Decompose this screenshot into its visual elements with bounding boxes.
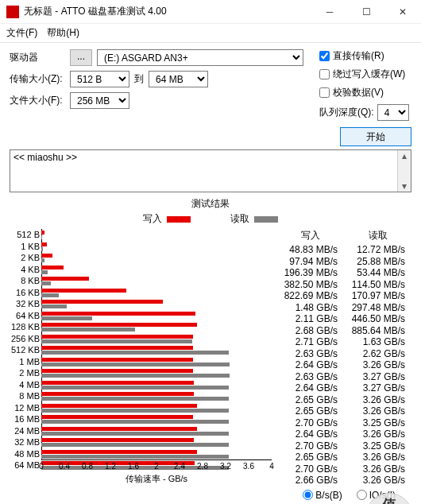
- menu-file[interactable]: 文件(F): [6, 26, 37, 40]
- write-bar: [41, 381, 194, 385]
- drive-select[interactable]: (E:) ASGARD AN3+: [97, 49, 303, 66]
- x-axis-label: 传输速率 - GB/s: [126, 473, 187, 485]
- maximize-button[interactable]: ☐: [348, 0, 384, 24]
- transfer-from-select[interactable]: 512 B: [70, 71, 129, 87]
- write-bar: [41, 242, 47, 246]
- y-tick-label: 2 KB: [8, 253, 40, 262]
- x-tick-label: 3.2: [220, 462, 231, 471]
- direct-io-checkbox[interactable]: 直接传输(R): [319, 49, 411, 63]
- filesize-select[interactable]: 256 MB: [70, 92, 129, 109]
- legend-read: 读取: [230, 212, 278, 226]
- x-tick-label: 2: [154, 462, 159, 471]
- read-bar: [41, 397, 229, 401]
- table-row: 2.70 GB/s3.25 GB/s: [276, 417, 411, 429]
- write-value: 196.39 MB/s: [276, 267, 344, 279]
- write-value: 2.66 GB/s: [276, 475, 344, 487]
- write-value: 2.11 GB/s: [276, 313, 344, 325]
- chart-row: 2 KB: [41, 252, 272, 264]
- queue-depth-select[interactable]: 4: [377, 104, 409, 121]
- read-value: 3.26 GB/s: [344, 475, 411, 487]
- read-bar: [41, 409, 229, 413]
- table-row: 2.63 GB/s3.27 GB/s: [276, 371, 411, 383]
- x-tick-label: 4: [269, 462, 274, 471]
- y-tick-label: 48 MB: [8, 449, 40, 459]
- start-button[interactable]: 开始: [340, 127, 411, 146]
- chart-row: 8 KB: [41, 275, 272, 287]
- read-value: 297.48 MB/s: [344, 302, 411, 314]
- write-value: 2.64 GB/s: [276, 359, 344, 371]
- write-value: 382.50 MB/s: [276, 279, 344, 291]
- chart-row: 512 KB: [41, 344, 272, 356]
- browse-button[interactable]: ...: [70, 49, 92, 66]
- description-box[interactable]: << miaoshu >> ▴▾: [10, 149, 411, 192]
- chart-row: 1 KB: [41, 241, 272, 253]
- scroll-down-icon[interactable]: ▾: [402, 180, 407, 192]
- x-tick-label: 0.8: [82, 462, 93, 471]
- y-tick-label: 32 KB: [8, 299, 40, 308]
- write-value: 2.65 GB/s: [276, 394, 344, 406]
- read-bar: [41, 374, 230, 378]
- table-row: 2.65 GB/s3.26 GB/s: [276, 405, 411, 417]
- menu-help[interactable]: 帮助(H): [47, 26, 79, 40]
- y-tick-label: 1 KB: [8, 242, 40, 251]
- read-bar: [41, 235, 42, 239]
- read-value: 12.72 MB/s: [344, 244, 411, 256]
- table-row: 97.94 MB/s25.88 MB/s: [276, 256, 411, 268]
- read-bar: [41, 293, 59, 297]
- transfer-to-select[interactable]: 64 MB: [149, 71, 208, 87]
- bypass-cache-checkbox[interactable]: 绕过写入缓存(W): [319, 68, 411, 81]
- table-row: 2.71 GB/s1.63 GB/s: [276, 336, 411, 348]
- x-tick-label: 2.8: [197, 462, 208, 471]
- minimize-button[interactable]: ─: [311, 0, 348, 24]
- write-bar: [41, 415, 193, 419]
- write-bar: [41, 358, 193, 362]
- read-bar: [41, 258, 44, 262]
- y-tick-label: 512 KB: [8, 345, 40, 355]
- y-tick-label: 12 MB: [8, 403, 40, 413]
- write-bar: [41, 404, 197, 408]
- table-row: 2.66 GB/s3.26 GB/s: [276, 475, 411, 487]
- description-text: << miaoshu >>: [14, 152, 77, 163]
- y-tick-label: 128 KB: [8, 322, 40, 331]
- x-tick-label: 1.6: [128, 462, 139, 471]
- write-value: 822.69 MB/s: [276, 290, 344, 302]
- read-bar: [41, 339, 192, 343]
- y-tick-label: 8 KB: [8, 276, 40, 285]
- read-value: 3.25 GB/s: [344, 417, 411, 429]
- read-value: 1.63 GB/s: [344, 336, 411, 348]
- read-value: 170.97 MB/s: [344, 290, 411, 302]
- write-bar: [41, 277, 89, 281]
- y-tick-label: 1 MB: [8, 357, 40, 366]
- verify-checkbox[interactable]: 校验数据(V): [319, 86, 411, 99]
- write-value: 2.70 GB/s: [276, 463, 344, 475]
- results-panel: 测试结果 写入 读取 512 B1 KB2 KB4 KB8 KB16 KB32 …: [10, 197, 411, 502]
- write-bar: [41, 427, 197, 431]
- read-bar: [41, 443, 229, 447]
- queue-depth-label: 队列深度(Q):: [319, 106, 374, 119]
- scrollbar[interactable]: ▴▾: [397, 150, 411, 192]
- chart-row: 24 MB: [41, 425, 272, 437]
- y-tick-label: 2 MB: [8, 368, 40, 378]
- scroll-up-icon[interactable]: ▴: [402, 150, 407, 161]
- read-value: 3.27 GB/s: [344, 371, 411, 383]
- chart-row: 64 KB: [41, 310, 272, 322]
- to-label: 到: [134, 72, 144, 86]
- chart-legend: 写入 读取: [10, 212, 411, 226]
- write-bar: [41, 438, 194, 442]
- write-bar: [41, 392, 194, 396]
- table-row: 2.68 GB/s885.64 MB/s: [276, 325, 411, 337]
- y-tick-label: 4 MB: [8, 380, 40, 390]
- write-bar: [41, 289, 126, 293]
- table-row: 2.64 GB/s3.26 GB/s: [276, 428, 411, 440]
- write-bar: [41, 369, 193, 373]
- write-bar: [41, 335, 193, 339]
- chart-row: 48 MB: [41, 448, 272, 460]
- x-tick-label: 3.6: [243, 462, 254, 471]
- read-value: 885.64 MB/s: [344, 325, 411, 337]
- close-button[interactable]: ✕: [384, 0, 421, 24]
- write-bar: [41, 346, 193, 350]
- radio-bytes[interactable]: B/s(B): [303, 490, 342, 501]
- write-value: 48.83 MB/s: [276, 244, 344, 256]
- read-value: 3.26 GB/s: [344, 394, 411, 406]
- read-bar: [41, 270, 48, 274]
